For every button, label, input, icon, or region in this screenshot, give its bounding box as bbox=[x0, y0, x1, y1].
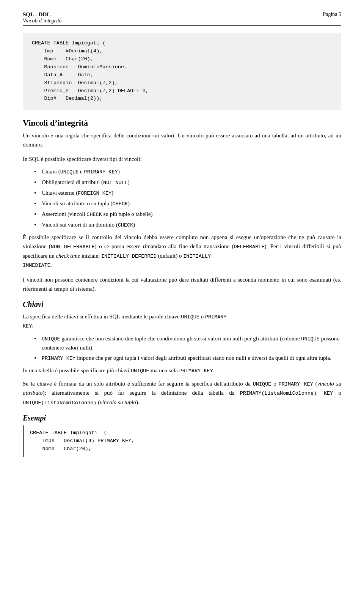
intro-paragraph-2: In SQL è possibile specificare diversi t… bbox=[23, 154, 341, 164]
example-code-block: CREATE TABLE Impiegati ( Imp# Decimal(4)… bbox=[23, 425, 341, 457]
list-item-primary-key: PRIMARY KEY impone che per ogni tupla i … bbox=[34, 354, 341, 363]
code-block-create-table: CREATE TABLE Impiegati ( Imp #Decimal(4)… bbox=[23, 33, 341, 110]
paragraph-deferrable: È possibile specificare se il controllo … bbox=[23, 233, 341, 270]
list-item: Vincoli sui valori di un dominio (CHECK) bbox=[34, 220, 341, 230]
list-item: Chiavi esterne (FOREIGN KEY) bbox=[34, 189, 341, 198]
header-subtitle: Vincoli d’integrità bbox=[23, 18, 62, 24]
intro-paragraph-1: Un vincolo è una regola che specifica de… bbox=[23, 131, 341, 149]
header-page: Pagina 5 bbox=[323, 11, 341, 17]
chiavi-para-2: Se la chiave è formata da un solo attrib… bbox=[23, 379, 341, 407]
subsection-title-esempi: Esempi bbox=[23, 414, 341, 422]
chiavi-intro: La specifica delle chiavi si effettua in… bbox=[23, 312, 341, 331]
list-item: Vincoli su attributo o su tupla (CHECK) bbox=[34, 199, 341, 208]
page-header: SQL - DDL Vincoli d’integrità Pagina 5 bbox=[23, 11, 341, 26]
page: SQL - DDL Vincoli d’integrità Pagina 5 C… bbox=[0, 0, 364, 589]
chiavi-list: UNIQUE garantisce che non esistano due t… bbox=[34, 334, 341, 363]
subsection-title-chiavi: Chiavi bbox=[23, 300, 341, 309]
paragraph-vincoli-condizioni: I vincoli non possono contenere condizio… bbox=[23, 275, 341, 293]
section-title-vincoli: Vincoli d’integrità bbox=[23, 118, 341, 128]
header-title: SQL - DDL bbox=[23, 11, 62, 18]
vincoli-list: Chiavi (UNIQUE e PRIMARY KEY) Obbligator… bbox=[34, 167, 341, 230]
list-item: Asserzioni (vincoli CHECK su più tuple o… bbox=[34, 210, 341, 219]
list-item-unique: UNIQUE garantisce che non esistano due t… bbox=[34, 334, 341, 352]
header-left: SQL - DDL Vincoli d’integrità bbox=[23, 11, 62, 24]
list-item: Obbligatorietà di attributi (NOT NULL) bbox=[34, 178, 341, 187]
chiavi-para-1: In una tabella è possibile specificare p… bbox=[23, 366, 341, 375]
list-item: Chiavi (UNIQUE e PRIMARY KEY) bbox=[34, 167, 341, 176]
